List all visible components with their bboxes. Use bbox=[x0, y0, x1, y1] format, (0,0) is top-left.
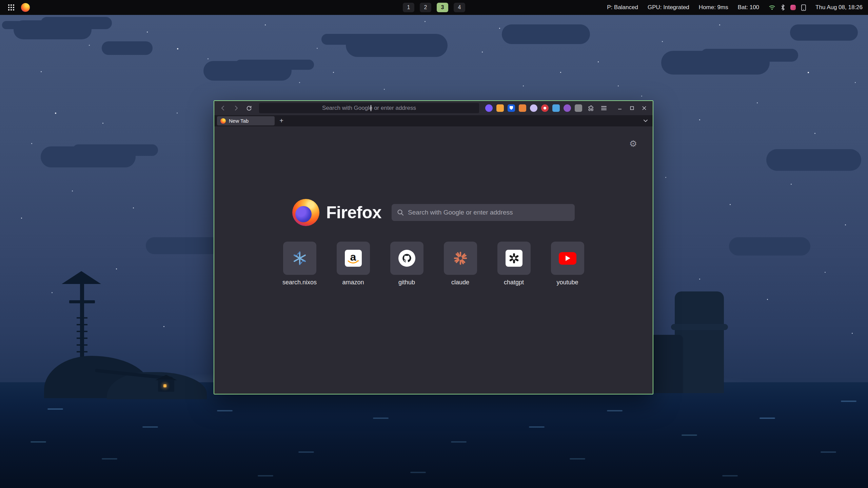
shortcut-tiles: search.nixos a amazon bbox=[214, 242, 653, 286]
shortcut-label: search.nixos bbox=[282, 279, 317, 286]
workspace-switcher: 1 2 3 4 bbox=[403, 3, 465, 12]
statusbar-left bbox=[5, 3, 30, 12]
shortcut-label: claude bbox=[451, 279, 469, 286]
cloud bbox=[41, 146, 136, 167]
bluetooth-icon bbox=[781, 4, 785, 11]
shortcut-claude[interactable]: claude bbox=[441, 242, 479, 286]
shortcut-label: github bbox=[398, 279, 415, 286]
list-all-tabs-button[interactable] bbox=[643, 119, 648, 123]
extension-icon-4[interactable] bbox=[519, 104, 526, 112]
workspace-4[interactable]: 4 bbox=[454, 3, 465, 12]
url-bar[interactable] bbox=[259, 103, 479, 113]
cloud bbox=[146, 237, 220, 254]
workspace-2[interactable]: 2 bbox=[420, 3, 431, 12]
shortcut-search-nixos[interactable]: search.nixos bbox=[281, 242, 319, 286]
newtab-search-input[interactable] bbox=[408, 209, 569, 216]
cloud bbox=[102, 41, 153, 55]
shortcut-label: youtube bbox=[556, 279, 578, 286]
search-icon bbox=[397, 209, 404, 216]
shortcut-tile[interactable] bbox=[444, 242, 477, 275]
cloud bbox=[502, 24, 590, 44]
cloud bbox=[14, 20, 92, 39]
extensions-puzzle-icon[interactable] bbox=[586, 103, 596, 113]
latency-module: Home: 9ms bbox=[699, 4, 728, 11]
text-caret bbox=[371, 105, 371, 111]
shortcut-tile[interactable] bbox=[283, 242, 316, 275]
cloud bbox=[661, 51, 770, 75]
window-controls bbox=[615, 103, 649, 113]
color-swatch-icon bbox=[790, 5, 796, 10]
menu-button[interactable] bbox=[598, 103, 609, 113]
statusbar-right: P: Balanced GPU: Integrated Home: 9ms Ba… bbox=[607, 4, 863, 11]
statusbar-icons bbox=[769, 4, 806, 11]
newtab-page: ⚙ Firefox bbox=[214, 126, 653, 394]
cloud bbox=[766, 149, 861, 171]
workspace-1[interactable]: 1 bbox=[403, 3, 414, 12]
extension-icon-6[interactable] bbox=[541, 104, 549, 112]
firefox-logo bbox=[292, 199, 319, 226]
personalize-gear-icon[interactable]: ⚙ bbox=[629, 139, 637, 148]
island-watchtower bbox=[44, 271, 207, 396]
hut-light bbox=[163, 384, 166, 387]
url-input[interactable] bbox=[259, 103, 479, 113]
power-profile-module: P: Balanced bbox=[607, 4, 638, 11]
chatgpt-icon bbox=[506, 250, 522, 267]
shortcut-label: chatgpt bbox=[504, 279, 524, 286]
extension-icon-8[interactable] bbox=[564, 104, 571, 112]
shortcut-tile[interactable]: a bbox=[337, 242, 370, 275]
newtab-hero: Firefox bbox=[214, 199, 653, 226]
forward-button[interactable] bbox=[231, 103, 241, 113]
cloud bbox=[346, 34, 448, 57]
app-launcher-icon[interactable] bbox=[8, 4, 9, 6]
youtube-icon bbox=[559, 252, 576, 265]
firefox-wordmark: Firefox bbox=[326, 203, 381, 222]
reload-button[interactable] bbox=[243, 103, 254, 113]
workspace-3-active[interactable]: 3 bbox=[437, 3, 448, 12]
hamburger-icon bbox=[601, 106, 607, 110]
minimize-button[interactable] bbox=[615, 103, 625, 113]
amazon-icon: a bbox=[345, 250, 362, 267]
cliff-island bbox=[643, 291, 724, 393]
cloud bbox=[790, 24, 858, 41]
github-icon bbox=[398, 250, 415, 267]
gpu-module: GPU: Integrated bbox=[648, 4, 689, 11]
maximize-button[interactable] bbox=[627, 103, 637, 113]
tab-bar: New Tab + bbox=[214, 115, 653, 126]
close-button[interactable] bbox=[639, 103, 649, 113]
shortcut-github[interactable]: github bbox=[388, 242, 426, 286]
new-tab-button[interactable]: + bbox=[277, 116, 286, 125]
extension-icon-2[interactable] bbox=[496, 104, 504, 112]
battery-module: Bat: 100 bbox=[738, 4, 759, 11]
shortcut-label: amazon bbox=[342, 279, 364, 286]
tab-title: New Tab bbox=[229, 118, 249, 124]
wifi-icon bbox=[769, 5, 775, 10]
shortcut-amazon[interactable]: a amazon bbox=[334, 242, 372, 286]
shortcut-tile[interactable] bbox=[390, 242, 423, 275]
shortcut-tile[interactable] bbox=[551, 242, 584, 275]
tower-roof bbox=[62, 271, 101, 284]
device-icon bbox=[801, 4, 806, 11]
shortcut-tile[interactable] bbox=[497, 242, 531, 275]
shortcut-chatgpt[interactable]: chatgpt bbox=[495, 242, 533, 286]
tab-new-tab[interactable]: New Tab bbox=[217, 116, 275, 125]
clock: Thu Aug 08, 18:26 bbox=[815, 4, 863, 11]
cloud bbox=[203, 61, 292, 81]
navigation-toolbar bbox=[214, 101, 653, 115]
status-bar: 1 2 3 4 P: Balanced GPU: Integrated Home… bbox=[0, 0, 868, 15]
cliff-ledge bbox=[671, 324, 728, 330]
nixos-snowflake-icon bbox=[292, 250, 308, 266]
extension-icon-7[interactable] bbox=[552, 104, 560, 112]
extension-icon-5[interactable] bbox=[530, 104, 537, 112]
extension-icon-1[interactable] bbox=[485, 104, 493, 112]
back-button[interactable] bbox=[218, 103, 229, 113]
cloud bbox=[729, 237, 810, 256]
extension-buttons bbox=[485, 104, 582, 112]
firefox-launcher-icon[interactable] bbox=[21, 3, 30, 12]
newtab-search-box[interactable] bbox=[392, 204, 575, 221]
shortcut-youtube[interactable]: youtube bbox=[549, 242, 587, 286]
firefox-favicon bbox=[220, 118, 226, 124]
extension-icon-3[interactable] bbox=[508, 104, 515, 112]
extension-icon-9[interactable] bbox=[575, 104, 582, 112]
claude-starburst-icon bbox=[453, 250, 468, 266]
firefox-window: New Tab + ⚙ Firefox bbox=[214, 100, 653, 394]
